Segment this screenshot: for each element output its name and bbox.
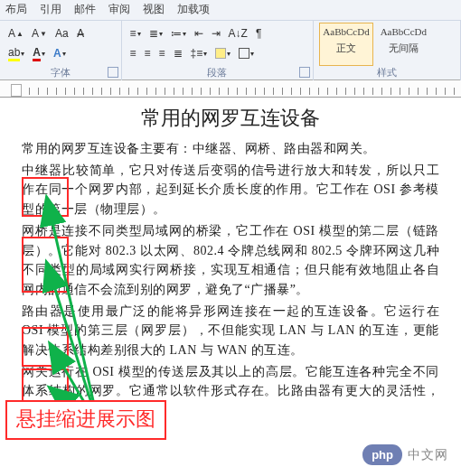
change-case-button[interactable]: Aa <box>52 26 71 41</box>
font-group-launcher[interactable] <box>108 67 118 78</box>
style-item-nospacing[interactable]: AaBbCcDd 无间隔 <box>376 23 430 66</box>
styles-group-label: 样式 <box>314 66 460 79</box>
font-color-button[interactable]: A▾ <box>30 45 48 62</box>
paragraph-group-launcher[interactable] <box>299 67 310 78</box>
tab-view[interactable]: 视图 <box>143 2 165 20</box>
shading-button[interactable]: ▾ <box>212 47 233 60</box>
decrease-indent-button[interactable]: ⇤ <box>192 26 206 41</box>
annotation-box <box>22 237 69 293</box>
tab-layout[interactable]: 布局 <box>5 2 27 20</box>
increase-indent-button[interactable]: ⇥ <box>209 26 223 41</box>
highlight-color-button[interactable]: ab▾ <box>5 45 27 62</box>
tab-references[interactable]: 引用 <box>40 2 61 20</box>
show-paragraph-button[interactable]: ¶ <box>253 26 264 41</box>
paragraph-group-label: 段落 <box>122 66 313 79</box>
font-group-label: 字体 <box>0 66 121 79</box>
annotation-callout: 悬挂缩进展示图 <box>5 400 166 440</box>
style-name: 正文 <box>320 42 372 55</box>
style-preview: AaBbCcDd <box>381 26 427 37</box>
ribbon-tabs: 布局 引用 邮件 审阅 视图 加载项 <box>0 0 461 21</box>
document-page[interactable]: 常用的网罗互连设备 常用的网罗互连设备主要有：中继器、网桥、路由器和网关。 中继… <box>0 96 461 432</box>
bullets-button[interactable]: ≡▾ <box>127 26 144 41</box>
font-group: A▲ A▼ Aa A̶ ab▾ A▾ A▾ 字体 <box>0 21 122 80</box>
annotation-box <box>22 327 69 367</box>
paragraph-group: ≡▾ ≣▾ ≔▾ ⇤ ⇥ A↓Z ¶ ≡ ≡ ≡ ≣ ‡≡▾ ▾ ▾ <box>122 21 314 80</box>
styles-group: AaBbCcDd 正文 AaBbCcDd 无间隔 样式 <box>314 21 461 80</box>
ribbon: 布局 引用 邮件 审阅 视图 加载项 A▲ A▼ Aa A̶ ab▾ A▾ A▾ <box>0 0 461 80</box>
align-left-button[interactable]: ≡ <box>127 46 139 61</box>
grow-font-button[interactable]: A▲ <box>5 26 26 41</box>
align-right-button[interactable]: ≡ <box>156 46 168 61</box>
line-spacing-button[interactable]: ‡≡▾ <box>188 46 211 61</box>
tab-review[interactable]: 审阅 <box>108 2 130 20</box>
style-name: 无间隔 <box>377 42 429 55</box>
tab-addins[interactable]: 加载项 <box>177 2 210 20</box>
style-item-body[interactable]: AaBbCcDd 正文 <box>319 23 373 66</box>
multilevel-list-button[interactable]: ≔▾ <box>168 26 189 41</box>
align-center-button[interactable]: ≡ <box>142 46 154 61</box>
watermark-text: 中文网 <box>408 447 448 463</box>
paragraph: 路由器是使用最广泛的能将异形网连接在一起的互连设备。它运行在 OSI 模型的第三… <box>22 302 439 360</box>
shrink-font-button[interactable]: A▼ <box>29 26 50 41</box>
document-title: 常用的网罗互连设备 <box>22 103 439 134</box>
paragraph: 中继器比较简单，它只对传送后变弱的信号进行放大和转发，所以只工作在同一个网罗内部… <box>22 161 439 219</box>
tab-mailings[interactable]: 邮件 <box>74 2 96 20</box>
sort-button[interactable]: A↓Z <box>226 26 250 41</box>
paragraph: 常用的网罗互连设备主要有：中继器、网桥、路由器和网关。 <box>22 139 439 159</box>
clear-formatting-button[interactable]: A̶ <box>74 26 87 41</box>
watermark: php 中文网 <box>362 444 448 465</box>
numbering-button[interactable]: ≣▾ <box>146 26 165 41</box>
watermark-pill: php <box>362 444 402 465</box>
style-preview: AaBbCcDd <box>323 26 369 37</box>
justify-button[interactable]: ≣ <box>171 46 185 61</box>
paragraph: 网桥是连接不同类型局域网的桥梁，它工作在 OSI 模型的第二层（链路层）。它能对… <box>22 221 439 300</box>
borders-button[interactable]: ▾ <box>236 47 257 60</box>
text-effects-button[interactable]: A▾ <box>51 46 69 61</box>
annotation-box <box>22 177 69 217</box>
